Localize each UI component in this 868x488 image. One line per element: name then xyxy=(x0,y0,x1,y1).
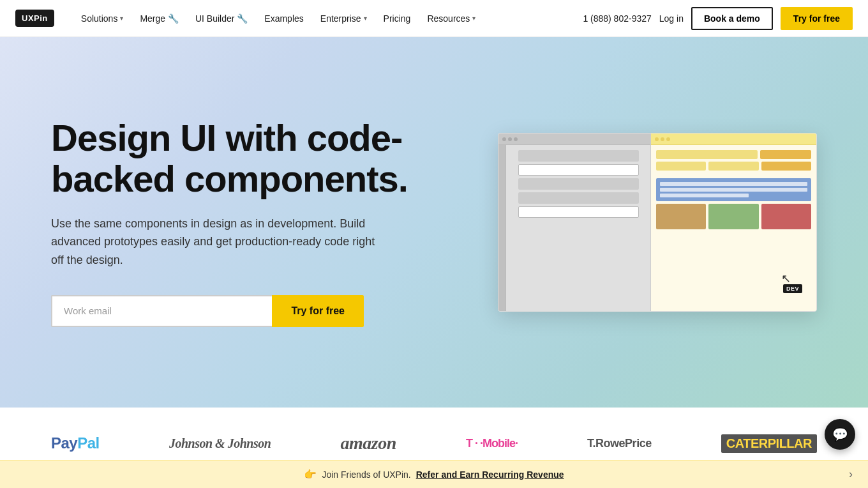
mockup-dot-3 xyxy=(514,137,518,141)
book-demo-button[interactable]: Book a demo xyxy=(691,7,773,30)
mockup-images-row xyxy=(656,204,811,229)
canvas-block-3 xyxy=(518,178,639,190)
right-row-2 xyxy=(656,162,811,171)
work-email-input[interactable] xyxy=(51,295,272,327)
hero-try-free-button[interactable]: Try for free xyxy=(272,295,364,327)
mockup-toolbar xyxy=(498,133,650,145)
amazon-logo: amazon xyxy=(340,433,396,454)
nav-item-enterprise[interactable]: Enterprise ▾ xyxy=(314,10,373,27)
nav-right: 1 (888) 802-9327 Log in Book a demo Try … xyxy=(583,7,853,30)
logo-tmobile: T · ·Mobile· xyxy=(466,437,518,450)
mockup-left-panel xyxy=(498,133,651,311)
banner-text: Join Friends of UXPin. xyxy=(322,469,410,480)
right-row-1 xyxy=(656,150,811,159)
right-dot-2 xyxy=(661,137,664,141)
chevron-down-icon: ▾ xyxy=(472,15,475,22)
mockup-right-panel: DEV xyxy=(651,133,816,311)
nav-items: Solutions ▾ Merge 🔧 UI Builder 🔧 Example… xyxy=(75,10,583,27)
newsletter-line-2 xyxy=(660,188,807,192)
login-link[interactable]: Log in xyxy=(659,13,684,24)
nav-item-ui-builder[interactable]: UI Builder 🔧 xyxy=(189,10,254,27)
right-block-5 xyxy=(761,162,811,171)
chevron-down-icon: ▾ xyxy=(364,15,367,22)
dev-badge: DEV xyxy=(783,284,802,293)
canvas-block-2 xyxy=(518,164,639,176)
mockup-img-3 xyxy=(761,204,811,229)
canvas-block-1 xyxy=(518,150,639,162)
mockup-right-content xyxy=(651,145,816,176)
logo-amazon: amazon xyxy=(340,433,396,454)
right-dot-1 xyxy=(655,137,659,141)
hero-subtitle: Use the same components in design as in … xyxy=(51,215,383,270)
navbar: UXPin Solutions ▾ Merge 🔧 UI Builder 🔧 E… xyxy=(0,0,868,37)
paypal-logo: PayPal xyxy=(51,434,100,452)
hero-content: Design UI with code-backed components. U… xyxy=(51,118,421,327)
nav-try-free-button[interactable]: Try for free xyxy=(781,7,853,30)
mockup-img-2 xyxy=(708,204,758,229)
chevron-down-icon: ▾ xyxy=(120,15,123,22)
newsletter-line-3 xyxy=(660,194,749,197)
logo-johnson: Johnson & Johnson xyxy=(169,436,271,451)
newsletter-block xyxy=(656,178,811,201)
caterpillar-logo: CATERPILLAR xyxy=(721,434,817,453)
mockup-dot-2 xyxy=(508,137,512,141)
right-block-1 xyxy=(656,150,758,159)
logo-trowe: T.RowePrice xyxy=(587,437,652,450)
hero-title: Design UI with code-backed components. xyxy=(51,118,421,199)
mockup-sidebar xyxy=(498,145,506,311)
newsletter-line-1 xyxy=(660,182,807,186)
trowe-logo: T.RowePrice xyxy=(587,437,652,450)
phone-number: 1 (888) 802-9327 xyxy=(583,13,651,24)
right-block-2 xyxy=(760,150,811,159)
hero-section: Design UI with code-backed components. U… xyxy=(0,37,868,408)
mockup-img-1 xyxy=(656,204,706,229)
tmobile-logo: T · ·Mobile· xyxy=(466,437,518,450)
hero-form: Try for free xyxy=(51,295,364,327)
chat-icon: 💬 xyxy=(832,427,848,442)
hero-image: DEV ↖ xyxy=(421,133,817,312)
mockup-right-toolbar xyxy=(651,133,816,145)
johnson-logo: Johnson & Johnson xyxy=(169,436,271,451)
nav-item-solutions[interactable]: Solutions ▾ xyxy=(75,10,130,27)
mockup-canvas xyxy=(506,145,650,311)
banner-link[interactable]: Refer and Earn Recurring Revenue xyxy=(416,469,564,480)
nav-item-merge[interactable]: Merge 🔧 xyxy=(133,10,185,27)
chat-button[interactable]: 💬 xyxy=(825,419,855,450)
logo-caterpillar: CATERPILLAR xyxy=(721,434,817,453)
canvas-block-4 xyxy=(518,192,639,204)
logo[interactable]: UXPin xyxy=(15,10,54,27)
canvas-block-5 xyxy=(518,206,639,218)
nav-item-resources[interactable]: Resources ▾ xyxy=(421,10,482,27)
bottom-banner: 👉 Join Friends of UXPin. Refer and Earn … xyxy=(0,460,868,488)
right-dot-3 xyxy=(666,137,670,141)
banner-chevron-icon[interactable]: › xyxy=(849,468,853,481)
logo-paypal: PayPal xyxy=(51,434,100,452)
nav-item-pricing[interactable]: Pricing xyxy=(377,10,417,27)
right-block-3 xyxy=(656,162,706,171)
nav-item-examples[interactable]: Examples xyxy=(258,10,310,27)
banner-emoji: 👉 xyxy=(304,468,317,480)
mockup-dot-1 xyxy=(502,137,506,141)
right-block-4 xyxy=(708,162,758,171)
mockup-preview: DEV ↖ xyxy=(498,133,817,312)
